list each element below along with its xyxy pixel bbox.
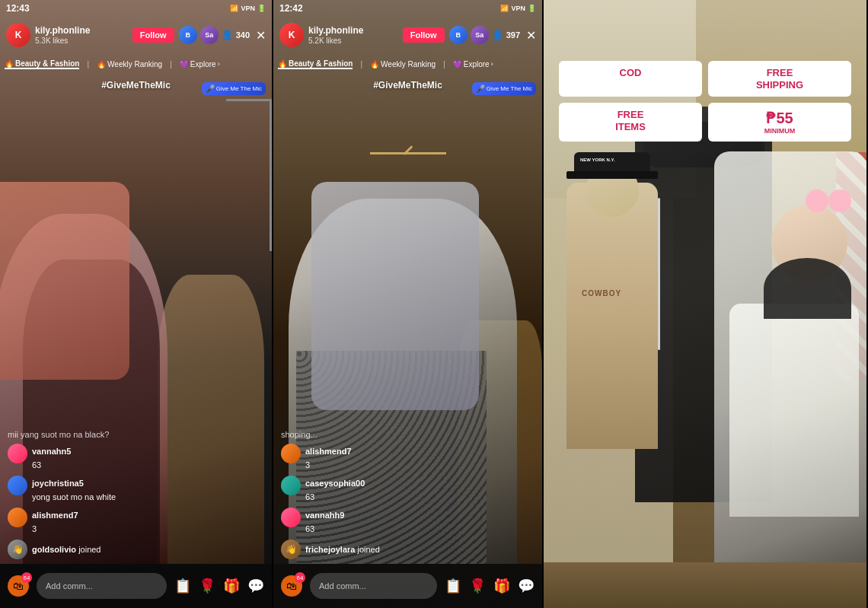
user-info-mid: kily.phonline 5.2K likes xyxy=(308,25,398,44)
panel-right: COD FREE SHIPPING FREE ITEMS ₱55 MINIMUM… xyxy=(544,0,866,608)
chat-avatar-2-left xyxy=(8,476,27,495)
bag-wrap-left: 🛍 64 xyxy=(8,575,29,597)
joined-text-mid: frichejoylara joined xyxy=(305,545,380,554)
close-btn-mid[interactable]: ✕ xyxy=(526,28,536,43)
likes-left: 5.3K likes xyxy=(35,37,128,45)
chat-content-1-mid: alishmend7 3 xyxy=(305,444,352,471)
chat-msg-3-mid: vannahh9 63 xyxy=(281,508,535,535)
bag-badge-mid: 64 xyxy=(295,572,305,583)
top-icons-mid: B Sa 👤 397 ✕ xyxy=(449,26,536,44)
bag-wrap-mid: 🛍 64 xyxy=(281,575,302,597)
rose-icon-left[interactable]: 🌹 xyxy=(199,578,215,594)
messenger-icon-left[interactable]: 💬 xyxy=(247,578,264,594)
chat-msg-2-left: joychristina5 yong suot mo na white xyxy=(8,476,264,503)
chat-msg-3-left: alishmend7 3 xyxy=(8,508,264,535)
close-btn-left[interactable]: ✕ xyxy=(256,28,266,43)
sign-price-min: MINIMUM xyxy=(714,127,845,135)
joined-msg-left: 👋 goldsolivio joined xyxy=(8,540,264,559)
mini-avatar-sami-mid: Sa xyxy=(471,26,489,44)
sys-msg-left: mii yang suot mo na black? xyxy=(8,430,264,439)
clipboard-icon-mid[interactable]: 📋 xyxy=(445,578,461,594)
status-bar-left: 12:43 📶 VPN 🔋 xyxy=(0,0,272,17)
mic-box-left: 🎤 Give Me The Mic xyxy=(202,82,266,95)
chat-msg-2-mid: caseysophia00 63 xyxy=(281,476,535,503)
gift-icon-left[interactable]: 🎁 xyxy=(223,578,240,594)
user-info-left: kily.phonline 5.3K likes xyxy=(35,25,128,44)
cat-weekly-left[interactable]: 🔥 Weekly Ranking xyxy=(97,60,162,68)
sign-board: COD FREE SHIPPING FREE ITEMS ₱55 MINIMUM xyxy=(559,61,851,142)
sys-msg-mid: shoping... xyxy=(281,430,535,439)
sign-free-items-l2: ITEMS xyxy=(565,121,696,133)
username-left: kily.phonline xyxy=(35,25,128,36)
joined-text-left: goldsolivio joined xyxy=(32,545,101,554)
viewer-count-left: 340 xyxy=(236,30,250,40)
chat-area-left: mii yang suot mo na black? vannahn5 63 j… xyxy=(0,430,272,562)
clipboard-icon-left[interactable]: 📋 xyxy=(174,578,191,594)
status-bar-mid: 12:42 📶 VPN 🔋 xyxy=(273,0,542,17)
cow-label: COWBOY xyxy=(582,289,621,298)
bag-badge-left: 64 xyxy=(21,572,32,583)
top-bar-left: K kily.phonline 5.3K likes Follow B Sa 👤… xyxy=(0,17,272,53)
time-left: 12:43 xyxy=(6,3,30,14)
username-mid: kily.phonline xyxy=(308,25,398,36)
follow-btn-left[interactable]: Follow xyxy=(132,27,174,43)
hashtag-mid: #GiveMeTheMic xyxy=(373,80,442,91)
viewer-icon-mid: 👤 xyxy=(492,30,503,40)
chat-avatar-1-left xyxy=(8,444,27,463)
cat-beauty-mid[interactable]: 🔥 Beauty & Fashion xyxy=(278,59,353,69)
viewer-icon-left: 👤 xyxy=(222,30,233,40)
cat-explore-left[interactable]: 💜 Explore › xyxy=(180,60,220,68)
status-icons-mid: 📶 VPN 🔋 xyxy=(500,5,536,12)
chat-content-3-left: alishmend7 3 xyxy=(32,508,78,535)
chat-content-1-left: vannahn5 63 xyxy=(32,444,71,471)
avatar-mid: K xyxy=(279,23,304,47)
sign-free-items-l1: FREE xyxy=(565,109,696,121)
cat-bar-left: 🔥 Beauty & Fashion | 🔥 Weekly Ranking | … xyxy=(0,53,272,75)
sign-free-items: FREE ITEMS xyxy=(559,103,702,142)
chat-msg-1-left: vannahn5 63 xyxy=(8,444,264,471)
chat-area-mid: shoping... alishmend7 3 caseysophia00 63… xyxy=(273,430,542,562)
chat-avatar-3-left xyxy=(8,508,27,527)
comment-placeholder-left: Add comm... xyxy=(46,581,93,590)
mini-avatar-b-left: B xyxy=(179,26,197,44)
chat-msg-1-mid: alishmend7 3 xyxy=(281,444,535,471)
mini-avatar-sami-left: Sa xyxy=(200,26,219,44)
cat-beauty-left[interactable]: 🔥 Beauty & Fashion xyxy=(5,59,79,69)
time-mid: 12:42 xyxy=(279,3,303,14)
messenger-icon-mid[interactable]: 💬 xyxy=(518,578,535,594)
status-icons-left: 📶 VPN 🔋 xyxy=(230,5,266,12)
sign-cod-label: COD xyxy=(565,67,696,79)
top-icons-left: B Sa 👤 340 ✕ xyxy=(179,26,266,44)
hashtag-left: #GiveMeTheMic xyxy=(101,80,171,91)
viewer-count-mid: 397 xyxy=(506,30,520,40)
avatar-left: K xyxy=(6,23,30,47)
chat-avatar-3-mid xyxy=(281,508,301,527)
likes-mid: 5.2K likes xyxy=(308,37,398,45)
rose-icon-mid[interactable]: 🌹 xyxy=(469,578,486,594)
chat-content-3-mid: vannahh9 63 xyxy=(305,508,344,535)
comment-box-left[interactable]: Add comm... xyxy=(37,573,167,599)
gift-icon-mid[interactable]: 🎁 xyxy=(493,578,510,594)
sign-price: ₱55 MINIMUM xyxy=(708,103,851,142)
cat-explore-mid[interactable]: 💜 Explore › xyxy=(453,60,493,68)
mic-box-mid: 🎤 Give Me The Mic xyxy=(472,82,536,95)
comment-box-mid[interactable]: Add comm... xyxy=(310,573,437,599)
panel-left: 12:43 📶 VPN 🔋 K kily.phonline 5.3K likes… xyxy=(0,0,272,608)
bottom-bar-mid: 🛍 64 Add comm... 📋 🌹 🎁 💬 xyxy=(273,564,542,608)
hat-label: NEW YORK N.Y. xyxy=(580,158,615,162)
panel-mid: 12:42 📶 VPN 🔋 K kily.phonline 5.2K likes… xyxy=(272,0,544,608)
joined-msg-mid: 👋 frichejoylara joined xyxy=(281,540,535,559)
mini-avatar-b-mid: B xyxy=(449,26,468,44)
chat-content-2-mid: caseysophia00 63 xyxy=(305,476,365,503)
joined-avatar-mid: 👋 xyxy=(281,540,301,559)
sign-free-shipping: FREE SHIPPING xyxy=(708,61,851,97)
chat-avatar-1-mid xyxy=(281,444,301,463)
chat-avatar-2-mid xyxy=(281,476,301,495)
sign-free-shipping-l1: FREE xyxy=(714,67,845,79)
follow-btn-mid[interactable]: Follow xyxy=(403,27,445,43)
bottom-bar-left: 🛍 64 Add comm... 📋 🌹 🎁 💬 xyxy=(0,564,272,608)
sign-price-label: ₱55 xyxy=(714,109,845,127)
cat-weekly-mid[interactable]: 🔥 Weekly Ranking xyxy=(370,60,436,68)
sign-free-shipping-l2: SHIPPING xyxy=(714,79,845,91)
comment-placeholder-mid: Add comm... xyxy=(319,581,366,590)
